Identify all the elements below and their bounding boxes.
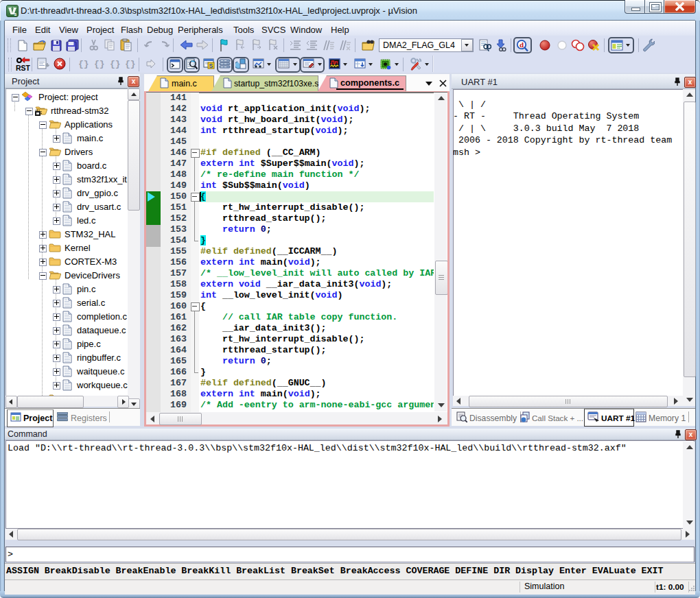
svg-text:{}: {} [78, 59, 89, 69]
svg-text:S: S [209, 62, 213, 69]
svg-text:{}: {} [125, 59, 135, 69]
svg-text:{}: {} [94, 59, 104, 69]
svg-text:RST: RST [16, 64, 30, 71]
svg-text:d: d [520, 40, 524, 49]
svg-text:{}: {} [110, 59, 120, 69]
